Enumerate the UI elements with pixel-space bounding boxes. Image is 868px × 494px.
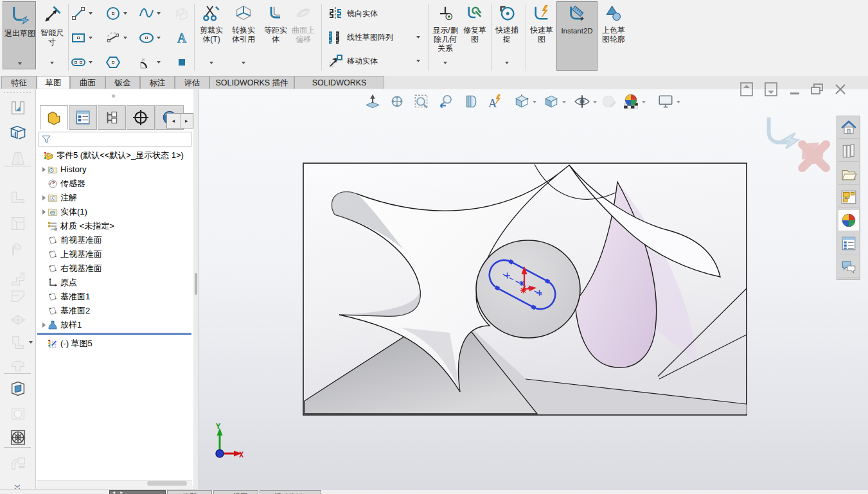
- configurationmanager-tab[interactable]: [98, 105, 126, 130]
- polygon-tool-button[interactable]: [105, 54, 121, 71]
- tree-item-plane2[interactable]: 基准面2: [36, 304, 193, 317]
- dropdown-caret-icon[interactable]: [18, 62, 22, 65]
- bottom-tab-model[interactable]: 模型: [167, 490, 212, 494]
- fillet-tool-button[interactable]: [138, 54, 155, 71]
- tree-item-material[interactable]: 材质 <未指定>: [36, 219, 193, 233]
- line-tool-button[interactable]: [70, 5, 87, 22]
- tree-item-annotations[interactable]: A注解: [36, 191, 193, 204]
- dropdown-caret-icon[interactable]: [593, 101, 597, 103]
- dropdown-caret-icon[interactable]: [443, 62, 447, 64]
- tree-item-history[interactable]: History: [36, 163, 193, 176]
- gusset-button[interactable]: [8, 355, 28, 375]
- scroll-left-arrow[interactable]: ◂: [167, 114, 181, 128]
- corner-button[interactable]: [8, 333, 28, 352]
- convert-entities-button[interactable]: 转换实体引用: [229, 3, 258, 69]
- minimize-button[interactable]: [786, 81, 804, 98]
- offset-entities-button[interactable]: 等距实体: [261, 3, 290, 69]
- jog-button[interactable]: [8, 268, 28, 287]
- ellipse-tool-button[interactable]: [138, 30, 155, 46]
- tree-item-solid-bodies[interactable]: 实体(1): [36, 205, 193, 218]
- move-entities-button[interactable]: 移动实体: [326, 51, 423, 71]
- bottom-tab-3d-views[interactable]: 3D视图: [213, 490, 258, 494]
- tab-sheet-metal[interactable]: 钣金: [105, 76, 140, 89]
- tree-item-right-plane[interactable]: 右视基准面: [36, 261, 193, 275]
- collapse-bottom-button[interactable]: [762, 81, 780, 98]
- unfold-button[interactable]: [8, 454, 28, 473]
- custom-properties-button[interactable]: [838, 233, 859, 254]
- tree-item-sensors[interactable]: 传感器: [36, 177, 193, 190]
- dropdown-caret-icon[interactable]: [89, 37, 93, 39]
- circle-tool-button[interactable]: [105, 5, 121, 22]
- apply-scene-button[interactable]: [622, 93, 640, 110]
- dropdown-caret-icon[interactable]: [123, 12, 127, 15]
- expand-arrow-icon[interactable]: [42, 322, 46, 328]
- file-explorer-button[interactable]: [838, 164, 859, 185]
- model-tab-nav-buttons[interactable]: ◂ ▸: [109, 490, 166, 494]
- rapid-sketch-button[interactable]: 快速草图: [527, 1, 556, 69]
- previous-view-button[interactable]: [437, 93, 455, 110]
- tree-item-loft1[interactable]: 放样1: [36, 318, 193, 331]
- view-palette-button[interactable]: [838, 187, 859, 208]
- scroll-right-arrow[interactable]: ▸: [181, 114, 193, 128]
- tree-item-top-plane[interactable]: 上视基准面: [36, 247, 193, 261]
- zoom-to-fit-button[interactable]: [388, 93, 406, 110]
- convert-to-sheet-metal-button[interactable]: [8, 123, 28, 143]
- view-orientation-button[interactable]: [513, 93, 531, 110]
- dropdown-caret-icon[interactable]: [416, 36, 420, 39]
- tab-solidworks-inspection[interactable]: SOLIDWORKS Inspection: [294, 76, 384, 89]
- arc-tool-button[interactable]: [105, 30, 121, 46]
- dimxpertmanager-tab[interactable]: [127, 105, 155, 130]
- solidworks-forum-button[interactable]: [838, 256, 859, 278]
- dropdown-caret-icon[interactable]: [89, 61, 93, 64]
- point-tool-button[interactable]: [173, 54, 190, 71]
- shaded-sketch-contours-button[interactable]: 上色草图轮廓: [599, 1, 628, 69]
- tree-item-origin[interactable]: 原点: [36, 276, 193, 289]
- dropdown-caret-icon[interactable]: [533, 101, 536, 103]
- dropdown-caret-icon[interactable]: [157, 12, 161, 15]
- dropdown-caret-icon[interactable]: [505, 62, 509, 64]
- dropdown-caret-icon[interactable]: [677, 101, 680, 103]
- home-button[interactable]: [838, 118, 859, 139]
- dropdown-caret-icon[interactable]: [209, 62, 213, 64]
- hide-show-items-button[interactable]: [573, 93, 591, 110]
- trim-entities-button[interactable]: 剪裁实体(T): [197, 3, 226, 69]
- tab-solidworks-add-ins[interactable]: SOLIDWORKS 插件: [209, 76, 294, 89]
- tab-sketch[interactable]: 草图: [37, 76, 70, 89]
- dropdown-caret-icon[interactable]: [562, 101, 566, 103]
- display-delete-relations-button[interactable]: 显示/删除几何关系: [430, 1, 460, 69]
- tab-surfaces[interactable]: 曲面: [70, 76, 105, 89]
- tab-evaluate[interactable]: 评估: [175, 76, 209, 89]
- dropdown-caret-icon[interactable]: [123, 37, 127, 39]
- tree-filter-input[interactable]: [39, 132, 191, 146]
- spline-tool-button[interactable]: [138, 5, 155, 22]
- bottom-tab-motion-study-1[interactable]: 运动算例1: [260, 490, 321, 494]
- display-style-button[interactable]: [542, 93, 560, 110]
- splitter-handle[interactable]: [195, 273, 197, 295]
- simple-hole-button[interactable]: [8, 403, 28, 423]
- featuremanager-tree-tab[interactable]: [40, 105, 68, 130]
- expand-arrow-icon[interactable]: [42, 209, 46, 215]
- tab-markup[interactable]: 标注: [140, 76, 175, 89]
- rectangle-tool-button[interactable]: [70, 30, 87, 46]
- view-settings-button[interactable]: [657, 93, 675, 110]
- exit-sketch-confirm-icon[interactable]: [761, 114, 801, 152]
- hem-button[interactable]: [8, 241, 28, 260]
- expand-arrow-icon[interactable]: [42, 167, 46, 172]
- propertymanager-tab[interactable]: [69, 105, 97, 130]
- dropdown-caret-icon[interactable]: [416, 60, 420, 62]
- cancel-sketch-icon[interactable]: [797, 137, 830, 173]
- collapse-top-button[interactable]: [738, 81, 756, 98]
- tree-item-sketch5[interactable]: (-) 草图5: [36, 337, 193, 350]
- repair-sketch-button[interactable]: 修复草图: [460, 1, 490, 69]
- text-tool-button[interactable]: A: [173, 30, 190, 46]
- smart-dimension-button[interactable]: 智能尺寸: [37, 1, 67, 69]
- vent-button[interactable]: [8, 428, 28, 447]
- mirror-entities-button[interactable]: 镜向实体: [326, 4, 423, 23]
- scrollbar-thumb[interactable]: [147, 481, 187, 486]
- tree-horizontal-scrollbar[interactable]: [37, 480, 192, 486]
- dropdown-caret-icon[interactable]: [642, 101, 646, 103]
- cross-break-button[interactable]: [8, 310, 28, 330]
- view-normal-to-button[interactable]: [364, 93, 382, 110]
- design-library-button[interactable]: [838, 141, 859, 162]
- extruded-cut-button[interactable]: [8, 379, 28, 398]
